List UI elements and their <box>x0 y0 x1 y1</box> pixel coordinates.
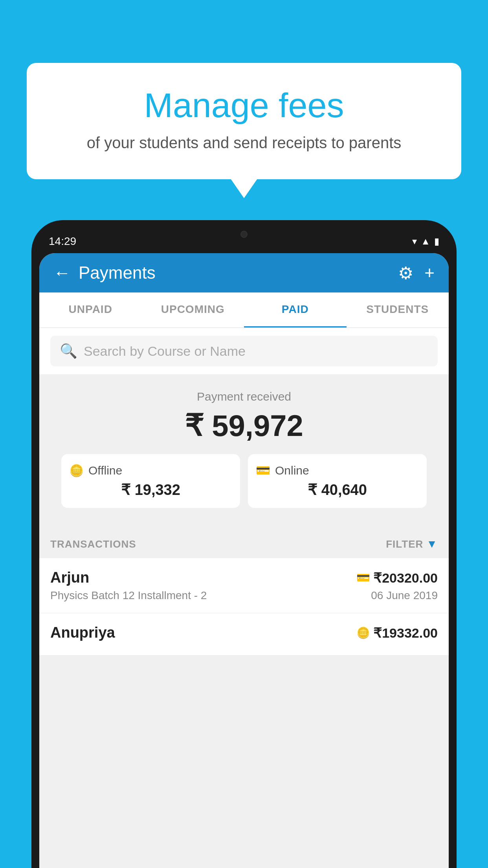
transaction-top-arjun: Arjun 💳 ₹20320.00 <box>50 569 438 586</box>
transaction-row-anupriya[interactable]: Anupriya 🪙 ₹19332.00 <box>39 613 449 656</box>
tab-paid[interactable]: PAID <box>244 292 347 327</box>
offline-icon: 🪙 <box>69 463 84 477</box>
search-box[interactable]: 🔍 Search by Course or Name <box>50 336 438 366</box>
offline-label: Offline <box>88 464 122 477</box>
offline-card-header: 🪙 Offline <box>69 463 232 477</box>
phone-screen: ← Payments ⚙ + UNPAID UPCOMING PAID STUD… <box>39 253 449 868</box>
transaction-top-anupriya: Anupriya 🪙 ₹19332.00 <box>50 624 438 641</box>
signal-icon: ▲ <box>421 236 430 247</box>
payment-total-amount: ₹ 59,972 <box>50 408 438 443</box>
back-button[interactable]: ← <box>53 263 71 283</box>
status-icons: ▾ ▲ ▮ <box>412 236 439 247</box>
settings-button[interactable]: ⚙ <box>398 263 413 283</box>
add-button[interactable]: + <box>424 263 435 283</box>
notch <box>220 226 268 242</box>
search-icon: 🔍 <box>60 343 77 359</box>
transaction-amount-arjun: 💳 ₹20320.00 <box>356 570 438 586</box>
app-bar-title: Payments <box>79 263 156 283</box>
tab-upcoming[interactable]: UPCOMING <box>142 292 244 327</box>
transaction-bottom-arjun: Physics Batch 12 Installment - 2 06 June… <box>50 589 438 602</box>
online-icon: 💳 <box>256 463 270 477</box>
transaction-date-arjun: 06 June 2019 <box>371 589 438 602</box>
transactions-label: TRANSACTIONS <box>50 538 136 550</box>
student-name-arjun: Arjun <box>50 569 89 586</box>
search-container: 🔍 Search by Course or Name <box>39 328 449 374</box>
online-label: Online <box>275 464 309 477</box>
student-name-anupriya: Anupriya <box>50 624 115 641</box>
tab-students[interactable]: STUDENTS <box>347 292 449 327</box>
camera-dot <box>240 231 248 238</box>
course-info-arjun: Physics Batch 12 Installment - 2 <box>50 589 207 602</box>
transactions-header: TRANSACTIONS FILTER ▼ <box>39 530 449 558</box>
wifi-icon: ▾ <box>412 236 417 247</box>
online-card: 💳 Online ₹ 40,640 <box>248 454 427 508</box>
payment-received-label: Payment received <box>50 390 438 403</box>
tabs-container: UNPAID UPCOMING PAID STUDENTS <box>39 292 449 328</box>
offline-amount: ₹ 19,332 <box>69 481 232 498</box>
status-time: 14:29 <box>49 235 76 248</box>
filter-label: FILTER <box>386 538 423 550</box>
tab-unpaid[interactable]: UNPAID <box>39 292 142 327</box>
transaction-row-arjun[interactable]: Arjun 💳 ₹20320.00 Physics Batch 12 Insta… <box>39 558 449 613</box>
app-bar: ← Payments ⚙ + <box>39 253 449 292</box>
bubble-subtitle: of your students and send receipts to pa… <box>46 134 442 152</box>
offline-icon-anupriya: 🪙 <box>356 626 370 639</box>
payment-cards-row: 🪙 Offline ₹ 19,332 💳 Online ₹ 40,640 <box>50 454 438 519</box>
status-bar: 14:29 ▾ ▲ ▮ <box>39 230 449 253</box>
app-bar-left: ← Payments <box>53 263 156 283</box>
transaction-amount-anupriya: 🪙 ₹19332.00 <box>356 625 438 641</box>
filter-icon: ▼ <box>426 538 438 550</box>
speech-bubble: Manage fees of your students and send re… <box>27 63 461 179</box>
search-input[interactable]: Search by Course or Name <box>84 344 246 359</box>
payment-summary: Payment received ₹ 59,972 🪙 Offline ₹ 19… <box>39 374 449 530</box>
filter-button[interactable]: FILTER ▼ <box>386 538 438 550</box>
online-card-header: 💳 Online <box>256 463 419 477</box>
card-icon-arjun: 💳 <box>356 571 370 584</box>
phone-frame: 14:29 ▾ ▲ ▮ ← Payments ⚙ + UNPAID UPCOMI… <box>31 220 457 868</box>
bubble-title: Manage fees <box>46 86 442 125</box>
online-amount: ₹ 40,640 <box>256 481 419 498</box>
app-bar-right: ⚙ + <box>398 263 435 283</box>
offline-card: 🪙 Offline ₹ 19,332 <box>61 454 240 508</box>
battery-icon: ▮ <box>434 236 439 247</box>
